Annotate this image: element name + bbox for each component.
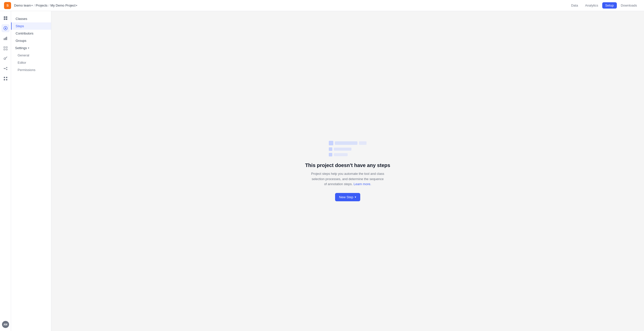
app-logo[interactable]: S — [4, 2, 11, 9]
svg-point-5 — [5, 28, 6, 29]
sidebar-icon-apps[interactable] — [2, 75, 10, 83]
empty-state: This project doesn't have any steps Proj… — [305, 141, 390, 201]
breadcrumb-sep-1: / — [34, 4, 35, 7]
skeleton-box-3 — [329, 153, 332, 156]
sidebar-icon-grid[interactable] — [2, 44, 10, 52]
nav-groups[interactable]: Groups — [11, 37, 51, 44]
sidebar-icon-key[interactable] — [2, 54, 10, 62]
skeleton-illustration — [329, 141, 367, 156]
svg-rect-8 — [6, 37, 7, 40]
skeleton-row-3 — [329, 153, 348, 156]
team-chevron-icon: ▾ — [31, 4, 33, 7]
top-nav: S Demo team ▾ / Projects / My Demo Proje… — [0, 0, 644, 11]
svg-rect-0 — [4, 16, 5, 18]
svg-rect-19 — [4, 79, 5, 80]
nav-editor[interactable]: Editor — [11, 59, 51, 66]
learn-more-link[interactable]: Learn more. — [354, 182, 371, 186]
svg-rect-17 — [4, 77, 5, 78]
svg-point-16 — [6, 69, 7, 70]
svg-rect-18 — [6, 77, 7, 78]
secondary-sidebar: Classes Steps Contributors Groups Settin… — [11, 11, 51, 331]
svg-rect-1 — [6, 16, 7, 18]
nav-permissions[interactable]: Permissions — [11, 66, 51, 74]
svg-rect-11 — [4, 49, 5, 50]
svg-rect-7 — [5, 38, 6, 40]
icon-sidebar: AM — [0, 11, 11, 331]
breadcrumb-projects[interactable]: Projects — [36, 4, 48, 7]
sidebar-bottom: AM — [2, 321, 9, 328]
skeleton-box-2 — [329, 147, 332, 151]
sidebar-icon-label[interactable] — [2, 24, 10, 32]
tab-analytics[interactable]: Analytics — [582, 2, 601, 9]
skeleton-row-2 — [329, 147, 351, 151]
svg-rect-10 — [6, 47, 7, 48]
svg-point-14 — [4, 68, 5, 69]
nav-tabs: Data Analytics Setup Downloads — [568, 2, 640, 9]
main-content: This project doesn't have any steps Proj… — [51, 11, 644, 331]
sidebar-icon-dashboard[interactable] — [2, 14, 10, 22]
empty-description: Project steps help you automate the tool… — [310, 171, 385, 187]
svg-rect-20 — [6, 79, 7, 80]
settings-chevron-icon: ▾ — [28, 47, 29, 49]
nav-steps[interactable]: Steps — [11, 22, 51, 30]
project-chevron-icon: ▾ — [76, 4, 77, 7]
sidebar-icon-integrations[interactable] — [2, 64, 10, 73]
breadcrumb-team[interactable]: Demo team ▾ — [14, 4, 33, 7]
empty-title: This project doesn't have any steps — [305, 162, 390, 168]
svg-rect-3 — [6, 18, 7, 20]
nav-settings[interactable]: Settings ▾ — [11, 44, 51, 52]
sidebar-icon-analytics[interactable] — [2, 34, 10, 42]
skeleton-line-4 — [334, 153, 348, 156]
svg-point-15 — [6, 67, 7, 68]
nav-contributors[interactable]: Contributors — [11, 30, 51, 37]
new-step-chevron-icon: ▾ — [355, 195, 356, 199]
svg-rect-2 — [4, 18, 5, 20]
breadcrumb-sep-2: / — [49, 4, 50, 7]
tab-downloads[interactable]: Downloads — [618, 2, 640, 9]
svg-rect-6 — [4, 38, 5, 40]
nav-general[interactable]: General — [11, 52, 51, 59]
svg-rect-9 — [4, 47, 5, 48]
skeleton-line-1 — [335, 141, 357, 145]
tab-setup[interactable]: Setup — [602, 2, 617, 9]
avatar[interactable]: AM — [2, 321, 9, 328]
skeleton-line-3 — [334, 148, 351, 151]
breadcrumb: Demo team ▾ / Projects / My Demo Project… — [14, 4, 77, 7]
breadcrumb-project[interactable]: My Demo Project ▾ — [50, 4, 77, 7]
skeleton-box-1 — [329, 141, 333, 145]
skeleton-line-2 — [359, 141, 367, 145]
svg-rect-12 — [6, 49, 7, 50]
nav-classes[interactable]: Classes — [11, 15, 51, 22]
new-step-button[interactable]: New Step ▾ — [335, 193, 360, 201]
tab-data[interactable]: Data — [568, 2, 581, 9]
skeleton-row-1 — [329, 141, 367, 145]
